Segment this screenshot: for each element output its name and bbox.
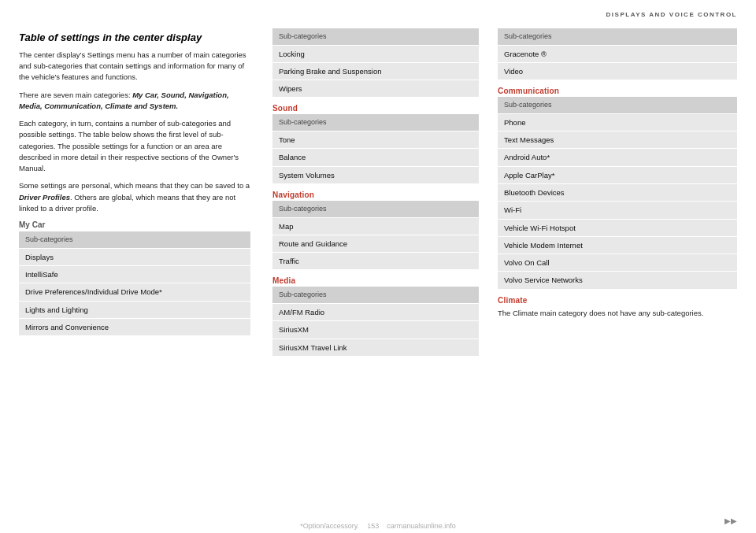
mid-section-0: Sub-categoriesLockingParking Brake and S… [272,28,479,98]
table-row: Wipers [272,80,479,98]
my-car-label: My Car [19,220,250,229]
watermark-text: carmanualsunline.info [387,522,456,530]
table-row: SiriusXM Travel Link [272,339,479,357]
para2-prefix: There are seven main categories: [19,91,132,99]
table-row: Lights and Lighting [19,302,250,319]
table-row: Route and Guidance [272,235,479,253]
mid-section-3: Sub-categoriesAM/FM RadioSiriusXMSiriusX… [272,287,479,356]
table-row: Sub-categories [272,287,479,304]
table-row: Sub-categories [272,114,479,131]
para4-driver-profile: Driver Profiles [19,193,70,202]
table-row: Sub-categories [272,201,479,218]
table-row: System Volumes [272,167,479,184]
watermark: *Option/accessory. 153 carmanualsunline.… [0,522,756,533]
table-row: SiriusXM [272,321,479,339]
page-note: *Option/accessory. [300,522,359,530]
table-row: Sub-categories [272,28,479,46]
table-row: Bluetooth Devices [498,184,737,202]
main-heading: Table of settings in the center display [19,31,250,45]
table-row: Video [498,63,737,80]
right-section-1: Sub-categoriesPhoneText MessagesAndroid … [498,97,737,290]
para4-prefix: Some settings are personal, which means … [19,181,250,190]
mid-column: Sub-categoriesLockingParking Brake and S… [263,28,488,509]
main-content: Table of settings in the center display … [0,28,756,509]
intro-para2: There are seven main categories: My Car,… [19,90,250,113]
page-number: 153 [367,522,379,530]
table-row: Volvo On Call [498,254,737,272]
table-row: Phone [498,114,737,131]
table-row: Traffic [272,253,479,270]
my-car-table: Sub-categoriesDisplaysIntelliSafeDrive P… [19,231,250,336]
table-row: Locking [272,46,479,63]
page-header-title: DISPLAYS AND VOICE CONTROL [606,11,737,18]
table-row: Apple CarPlay* [498,167,737,184]
intro-para1: The center display's Settings menu has a… [19,50,250,83]
table-row: Text Messages [498,131,737,149]
table-row: AM/FM Radio [272,304,479,321]
table-row: Parking Brake and Suspension [272,63,479,80]
table-row: Mirrors and Convenience [19,319,250,336]
mid-section-1: Sub-categoriesToneBalanceSystem Volumes [272,114,479,183]
climate-note: The Climate main category does not have … [498,308,737,319]
table-row: Sub-categories [498,28,737,46]
intro-para4: Some settings are personal, which means … [19,180,250,214]
left-column: Table of settings in the center display … [19,28,263,509]
right-section-0: Sub-categoriesGracenote ®Video [498,28,737,80]
table-row: IntelliSafe [19,266,250,283]
section-label-2: Navigation [272,191,479,199]
table-row: Map [272,218,479,235]
table-row: Displays [19,249,250,266]
section-label-3: Media [272,276,479,285]
right-column: Sub-categoriesGracenote ®VideoCommunicat… [488,28,737,509]
climate-label: Climate [498,296,737,305]
table-row: Balance [272,149,479,166]
table-row: Sub-categories [498,97,737,114]
right-section-label-1: Communication [498,87,737,95]
table-row: Wi-Fi [498,202,737,219]
table-row: Vehicle Wi-Fi Hotspot [498,220,737,237]
page-header: DISPLAYS AND VOICE CONTROL [606,11,737,18]
table-row: Volvo Service Networks [498,272,737,289]
section-label-1: Sound [272,104,479,113]
table-row: Drive Preferences/Individual Drive Mode* [19,283,250,301]
mid-section-2: Sub-categoriesMapRoute and GuidanceTraff… [272,201,479,270]
table-row: Sub-categories [19,231,250,249]
table-row: Tone [272,131,479,149]
table-row: Vehicle Modem Internet [498,237,737,254]
table-row: Gracenote ® [498,46,737,63]
table-row: Android Auto* [498,149,737,166]
intro-para3: Each category, in turn, contains a numbe… [19,118,250,174]
